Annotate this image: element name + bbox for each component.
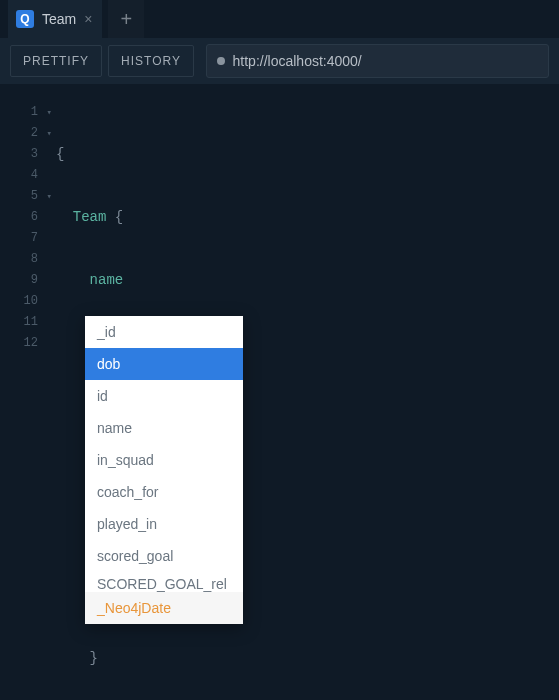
autocomplete-item[interactable]: dob [85, 348, 243, 380]
line-number: 11 [0, 312, 44, 333]
line-number: 9 [0, 270, 44, 291]
autocomplete-item[interactable]: id [85, 380, 243, 412]
endpoint-input[interactable] [233, 53, 538, 69]
tab-team[interactable]: Q Team × [8, 0, 102, 38]
status-dot-icon [217, 57, 225, 65]
autocomplete-item[interactable]: played_in [85, 508, 243, 540]
line-number: 3 [0, 144, 44, 165]
line-number: 8 [0, 249, 44, 270]
query-editor[interactable]: 123456789101112 { Team { name _id person… [0, 84, 559, 700]
tab-bar: Q Team × + [0, 0, 559, 38]
brace: } [90, 650, 98, 666]
type-team: Team [73, 209, 107, 225]
autocomplete-meta-item[interactable]: _Neo4jDate [85, 592, 243, 624]
autocomplete-popup[interactable]: _iddobidnamein_squadcoach_forplayed_insc… [85, 316, 243, 624]
toolbar: PRETTIFY HISTORY [0, 38, 559, 84]
line-number: 4 [0, 165, 44, 186]
line-number: 12 [0, 333, 44, 354]
line-number: 1 [0, 102, 44, 123]
line-number: 6 [0, 207, 44, 228]
tab-label: Team [42, 11, 76, 27]
close-icon[interactable]: × [84, 12, 92, 26]
line-number: 10 [0, 291, 44, 312]
autocomplete-item[interactable]: coach_for [85, 476, 243, 508]
new-tab-button[interactable]: + [108, 0, 144, 38]
autocomplete-item[interactable]: in_squad [85, 444, 243, 476]
prettify-button[interactable]: PRETTIFY [10, 45, 102, 77]
line-number: 2 [0, 123, 44, 144]
brace: { [56, 146, 64, 162]
line-gutter: 123456789101112 [0, 102, 44, 354]
line-number: 5 [0, 186, 44, 207]
history-button[interactable]: HISTORY [108, 45, 194, 77]
autocomplete-item[interactable]: name [85, 412, 243, 444]
plus-icon: + [121, 8, 133, 31]
line-number: 7 [0, 228, 44, 249]
autocomplete-item[interactable]: scored_goal [85, 540, 243, 572]
field-name: name [90, 272, 124, 288]
endpoint-field[interactable] [206, 44, 549, 78]
autocomplete-item[interactable]: _id [85, 316, 243, 348]
query-icon: Q [16, 10, 34, 28]
autocomplete-item[interactable]: SCORED_GOAL_rel [85, 572, 243, 592]
